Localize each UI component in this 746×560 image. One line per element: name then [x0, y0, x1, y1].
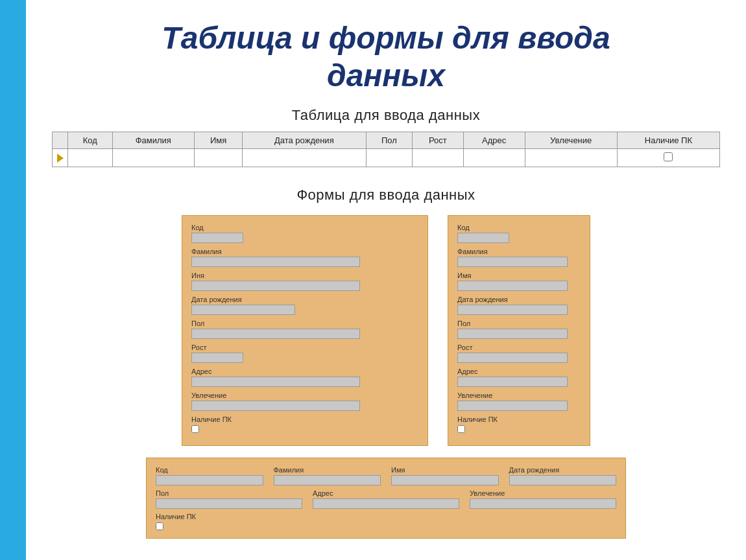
cell-familiya[interactable]	[112, 149, 194, 167]
form2-field-adres: Адрес	[457, 368, 581, 387]
form1-input-pol[interactable]	[191, 329, 360, 339]
form3-input-imya[interactable]	[391, 475, 499, 485]
table-header-uvlechenie: Увлечение	[525, 132, 617, 149]
form2-field-imya: Имя	[457, 272, 581, 291]
cell-imya[interactable]	[194, 149, 242, 167]
form2-input-rost[interactable]	[457, 353, 568, 363]
form1-input-data[interactable]	[191, 305, 295, 315]
form2-input-familiya[interactable]	[457, 257, 568, 267]
form2-input-data[interactable]	[457, 305, 568, 315]
forms-bottom-row: Код Фамилия Имя Дата рождения	[52, 458, 720, 539]
table-header-nalichie: Наличие ПК	[617, 132, 719, 149]
form3-field-pol: Пол	[156, 489, 302, 509]
form1-input-imya[interactable]	[191, 281, 360, 291]
table-header-data: Дата рождения	[243, 132, 366, 149]
form3-input-familiya[interactable]	[274, 475, 381, 485]
table-section: Таблица для ввода данных Код Фамилия Имя…	[52, 107, 720, 167]
form1-input-kod[interactable]	[191, 233, 243, 243]
form3-checkbox-nalichie[interactable]	[156, 522, 163, 530]
table-header-familiya: Фамилия	[112, 132, 194, 149]
table-subtitle: Таблица для ввода данных	[52, 107, 720, 124]
form3-input-kod[interactable]	[156, 475, 263, 485]
form2-field-rost: Рост	[457, 344, 581, 363]
form2: Код Фамилия Имя Дата рождения Пол	[448, 215, 590, 446]
form2-checkbox-nalichie[interactable]	[457, 425, 465, 433]
form2-input-adres[interactable]	[457, 377, 568, 387]
form3-field-familiya: Фамилия	[274, 466, 381, 485]
form2-input-kod[interactable]	[457, 233, 509, 243]
form3-row1: Код Фамилия Имя Дата рождения	[156, 466, 616, 485]
form3: Код Фамилия Имя Дата рождения	[146, 458, 626, 539]
form1-field-pol: Пол	[191, 320, 418, 339]
table-row	[53, 149, 720, 167]
table-header-kod: Код	[68, 132, 113, 149]
cell-data[interactable]	[243, 149, 366, 167]
table-header-rost: Рост	[413, 132, 463, 149]
form1-field-uvlechenie: Увлечение	[191, 391, 418, 411]
form1: Код Фамилия Иня Дата рождения Пол	[182, 215, 428, 446]
left-accent-bar	[0, 0, 26, 560]
nalichie-checkbox-table[interactable]	[664, 152, 673, 161]
row-indicator	[53, 149, 68, 167]
form3-field-uvlechenie: Увлечение	[470, 489, 616, 509]
form1-checkbox-nalichie[interactable]	[191, 425, 199, 433]
table-header-pol: Пол	[366, 132, 413, 149]
cell-rost[interactable]	[413, 149, 463, 167]
form2-field-familiya: Фамилия	[457, 248, 581, 267]
form1-field-nalichie: Наличие ПК	[191, 415, 418, 433]
form1-field-adres: Адрес	[191, 368, 418, 387]
forms-section: Формы для ввода данных Код Фамилия Иня	[52, 187, 720, 539]
form3-field-data: Дата рождения	[509, 466, 617, 485]
cell-adres[interactable]	[463, 149, 525, 167]
form1-input-familiya[interactable]	[191, 257, 360, 267]
form3-field-adres: Адрес	[313, 489, 459, 509]
form1-input-rost[interactable]	[191, 353, 243, 363]
form2-field-data: Дата рождения	[457, 296, 581, 315]
form1-field-familiya: Фамилия	[191, 248, 418, 267]
data-table: Код Фамилия Имя Дата рождения Пол Рост А…	[52, 132, 720, 167]
forms-subtitle: Формы для ввода данных	[52, 187, 720, 204]
form1-field-imya: Иня	[191, 272, 418, 291]
form3-input-adres[interactable]	[313, 498, 459, 509]
form3-row3: Наличие ПК	[156, 513, 616, 530]
form3-input-data[interactable]	[509, 475, 617, 485]
forms-top-row: Код Фамилия Иня Дата рождения Пол	[52, 215, 720, 446]
form1-field-data: Дата рождения	[191, 296, 418, 315]
form3-field-kod: Код	[156, 466, 263, 485]
form2-field-nalichie: Наличие ПК	[457, 415, 581, 433]
cell-pol[interactable]	[366, 149, 413, 167]
form3-row2: Пол Адрес Увлечение	[156, 489, 616, 509]
form2-field-kod: Код	[457, 224, 581, 243]
form2-input-uvlechenie[interactable]	[457, 401, 568, 411]
table-header-adres: Адрес	[463, 132, 525, 149]
form2-input-pol[interactable]	[457, 329, 568, 339]
row-arrow-icon	[57, 154, 64, 163]
table-header-imya: Имя	[194, 132, 242, 149]
form1-input-adres[interactable]	[191, 377, 360, 387]
page-title: Таблица и формы для ввода данных	[52, 19, 720, 94]
form2-field-uvlechenie: Увлечение	[457, 391, 581, 411]
cell-uvlechenie[interactable]	[525, 149, 617, 167]
form3-input-pol[interactable]	[156, 498, 302, 509]
form2-field-pol: Пол	[457, 320, 581, 339]
form3-input-uvlechenie[interactable]	[470, 498, 616, 509]
form2-input-imya[interactable]	[457, 281, 568, 291]
form1-input-uvlechenie[interactable]	[191, 401, 360, 411]
form1-field-kod: Код	[191, 224, 418, 243]
form3-field-imya: Имя	[391, 466, 499, 485]
table-header-empty	[53, 132, 68, 149]
form1-field-rost: Рост	[191, 344, 418, 363]
cell-nalichie[interactable]	[617, 149, 719, 167]
cell-kod[interactable]	[68, 149, 113, 167]
